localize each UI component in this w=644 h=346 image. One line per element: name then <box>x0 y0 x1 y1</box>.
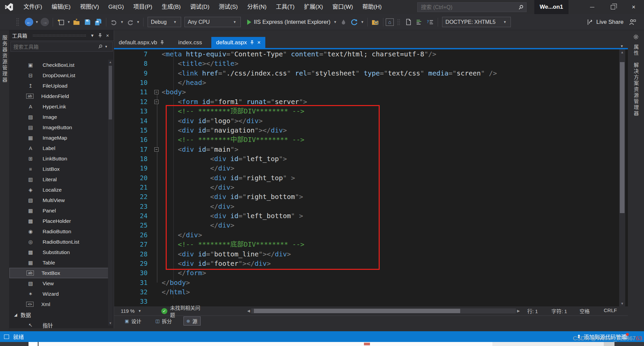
document-outline-button[interactable] <box>404 16 414 28</box>
toolbox-item-Literal[interactable]: ▥Literal <box>9 174 109 185</box>
code-line[interactable]: 8 <title></title> <box>114 59 628 68</box>
gear-icon[interactable] <box>633 34 639 40</box>
browser-dropdown-icon[interactable]: ▼ <box>361 20 364 24</box>
code-line[interactable]: 7<meta http-equiv="Content-Type" content… <box>114 49 628 59</box>
close-button[interactable]: × <box>623 0 644 14</box>
editor-vertical-scrollbar[interactable]: ▲ ▼ <box>619 49 625 306</box>
toolbox-item-TextBox[interactable]: abTextBox <box>9 268 109 278</box>
toolbox-scrollbar[interactable]: ▲ ▼ <box>108 60 113 326</box>
toolbox-item-RadioButton[interactable]: ◉RadioButton <box>9 226 109 237</box>
toolbox-item-DropDownList[interactable]: ⊟DropDownList <box>9 70 109 81</box>
find-in-files-button[interactable] <box>370 16 380 28</box>
hot-reload-button[interactable] <box>338 16 348 28</box>
toolbox-item-ImageButton[interactable]: ▤ImageButton <box>9 122 109 133</box>
scroll-left-icon[interactable]: ◀ <box>247 309 250 313</box>
comment-lines-button[interactable]: ? <box>425 16 435 28</box>
toolbox-item-Label[interactable]: ALabel <box>9 143 109 153</box>
close-icon[interactable]: × <box>257 39 261 46</box>
side-tab-属性[interactable]: 属性 <box>633 44 640 56</box>
toolbox-item-LinkButton[interactable]: ⊞LinkButton <box>9 153 109 164</box>
close-icon[interactable]: × <box>106 33 109 38</box>
menu-item-项目P[interactable]: 项目(P) <box>128 0 157 14</box>
menu-item-测试S[interactable]: 测试(S) <box>214 0 243 14</box>
eol-indicator[interactable]: CRLF <box>604 307 628 314</box>
view-tab-源[interactable]: ⊗源 <box>183 316 201 326</box>
add-user-button[interactable] <box>627 16 637 28</box>
solution-configuration-dropdown[interactable]: Debug▼ <box>148 17 181 27</box>
undo-button[interactable] <box>109 16 119 28</box>
menu-item-扩展X[interactable]: 扩展(X) <box>299 0 328 14</box>
tab-index.css[interactable]: index.css <box>173 37 207 48</box>
save-all-button[interactable] <box>93 16 103 28</box>
start-debug-button[interactable]: IIS Express (Internet Explorer) ▼ <box>247 16 338 28</box>
view-tab-拆分[interactable]: ◫拆分 <box>153 317 174 325</box>
toolbox-item-CheckBoxList[interactable]: ▣CheckBoxList <box>9 60 109 70</box>
refresh-browser-button[interactable] <box>349 16 359 28</box>
menu-item-窗口W[interactable]: 窗口(W) <box>328 0 358 14</box>
pin-icon[interactable] <box>250 40 254 45</box>
scrollbar-thumb[interactable] <box>620 62 625 213</box>
toolbox-item-MultiView[interactable]: ▧MultiView <box>9 195 109 205</box>
spaces-indicator[interactable]: 空格 <box>580 307 604 314</box>
quick-search-input[interactable] <box>418 4 518 10</box>
restore-button[interactable] <box>602 0 623 14</box>
code-line[interactable]: 33 <box>114 297 628 306</box>
toolbox-item-Wizard[interactable]: ✶Wizard <box>9 289 109 299</box>
tab-overflow-dropdown-icon[interactable]: ▼ <box>620 44 624 48</box>
fold-collapse-icon[interactable]: − <box>154 90 159 94</box>
toolbox-item-View[interactable]: ▧View <box>9 278 109 289</box>
scroll-right-icon[interactable]: ▶ <box>517 309 520 313</box>
scroll-down-icon[interactable]: ▼ <box>619 302 625 305</box>
live-share-button[interactable]: Live Share <box>587 19 627 26</box>
zoom-selector[interactable]: 119 % ▼ <box>121 308 146 314</box>
code-line[interactable]: 31</body> <box>114 278 628 287</box>
open-file-button[interactable] <box>72 16 82 28</box>
editor-horizontal-scrollbar[interactable] <box>251 308 516 313</box>
redo-dropdown-icon[interactable]: ▼ <box>137 20 140 24</box>
menu-item-GitG[interactable]: Git(G) <box>104 0 128 14</box>
toolbox-item-PlaceHolder[interactable]: ▩PlaceHolder <box>9 216 109 226</box>
fold-collapse-icon[interactable]: − <box>154 100 159 104</box>
toolbox-search[interactable]: ▼ <box>10 42 113 52</box>
tab-default.aspx[interactable]: default.aspx× <box>211 37 265 48</box>
toolbar-grip[interactable] <box>397 19 400 26</box>
toolbox-item-HyperLink[interactable]: AHyperLink <box>9 101 109 112</box>
server-explorer-tab[interactable]: 服务器资源管理器 <box>1 35 8 83</box>
view-tab-设计[interactable]: ▣设计 <box>122 317 144 325</box>
toolbox-item-RadioButtonList[interactable]: ◎RadioButtonList <box>9 237 109 247</box>
toolbox-drag-handle[interactable] <box>33 34 86 37</box>
toolbox-item-pointer[interactable]: ↖指针 <box>9 320 109 328</box>
toolbox-item-Substitution[interactable]: ▩Substitution <box>9 247 109 257</box>
toolbox-group-data[interactable]: ◢数据 <box>9 309 109 320</box>
toolbox-item-Xml[interactable]: <>Xml <box>9 299 109 309</box>
chevron-down-icon[interactable]: ▼ <box>105 45 108 48</box>
new-project-button[interactable] <box>56 16 66 28</box>
save-button[interactable] <box>83 16 93 28</box>
code-editor[interactable]: 7<meta http-equiv="Content-Type" content… <box>114 49 628 306</box>
menu-item-调试D[interactable]: 调试(D) <box>185 0 214 14</box>
navigate-back-button[interactable]: ← <box>24 16 34 28</box>
toolbox-item-ListBox[interactable]: ≡ListBox <box>9 164 109 174</box>
menu-item-帮助H[interactable]: 帮助(H) <box>358 0 386 14</box>
toolbar-grip[interactable] <box>16 18 19 27</box>
menu-item-编辑E[interactable]: 编辑(E) <box>47 0 75 14</box>
menu-item-文件F[interactable]: 文件(F) <box>19 0 47 14</box>
toolbox-item-Panel[interactable]: ▦Panel <box>9 205 109 216</box>
code-line[interactable]: 9 <link href="./css/index.css" rel="styl… <box>114 68 628 78</box>
scroll-down-icon[interactable]: ▼ <box>108 322 113 325</box>
scroll-up-icon[interactable]: ▲ <box>619 50 625 54</box>
quick-search[interactable] <box>417 2 527 12</box>
toolbox-item-ImageMap[interactable]: ▦ImageMap <box>9 133 109 143</box>
code-line[interactable]: 10 </head> <box>114 78 628 87</box>
redo-button[interactable] <box>125 16 135 28</box>
minimize-button[interactable] <box>582 0 602 14</box>
solution-platform-dropdown[interactable]: Any CPU▼ <box>184 17 241 27</box>
toolbox-item-Image[interactable]: ▨Image <box>9 112 109 122</box>
format-document-button[interactable] <box>414 16 424 28</box>
menu-item-生成B[interactable]: 生成(B) <box>157 0 185 14</box>
toolbox-item-Localize[interactable]: ◈Localize <box>9 185 109 195</box>
toolbox-search-input[interactable] <box>13 44 98 50</box>
code-line[interactable]: 11−<body> <box>114 87 628 97</box>
tab-default.aspx.vb[interactable]: default.aspx.vb <box>114 37 169 48</box>
scroll-up-icon[interactable]: ▲ <box>108 60 113 64</box>
